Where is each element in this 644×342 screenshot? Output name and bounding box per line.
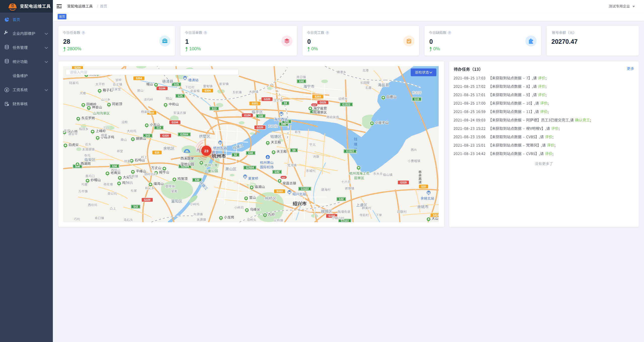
svg-text:G1522: G1522 — [342, 103, 350, 106]
svg-text:G329: G329 — [400, 181, 407, 184]
svg-text:S14: S14 — [157, 126, 161, 129]
svg-text:HOT: HOT — [282, 176, 286, 179]
svg-text:S13: S13 — [212, 107, 217, 110]
svg-text:G320: G320 — [162, 134, 169, 137]
svg-text:G104: G104 — [159, 87, 165, 90]
svg-text:G320: G320 — [264, 98, 270, 101]
svg-text:S15: S15 — [155, 151, 160, 154]
svg-text:G104: G104 — [172, 121, 178, 124]
svg-text:G25: G25 — [178, 94, 183, 97]
svg-text:G25: G25 — [174, 83, 179, 86]
svg-text:23: 23 — [204, 149, 209, 153]
svg-text:S43: S43 — [133, 205, 138, 208]
svg-text:G2504: G2504 — [180, 133, 188, 136]
svg-text:G92: G92 — [339, 198, 344, 201]
svg-text:G92: G92 — [299, 80, 304, 83]
svg-text:G320: G320 — [257, 126, 263, 129]
svg-text:S101: S101 — [252, 102, 258, 105]
svg-text:S9: S9 — [284, 102, 287, 105]
svg-text:G2504: G2504 — [246, 166, 254, 169]
svg-text:S2: S2 — [234, 153, 237, 156]
svg-text:S203: S203 — [315, 95, 321, 98]
svg-text:G104: G104 — [244, 114, 251, 117]
svg-text:G60: G60 — [258, 115, 263, 118]
svg-text:G525: G525 — [320, 101, 326, 104]
svg-text:HOT: HOT — [312, 104, 316, 106]
svg-text:G15: G15 — [414, 98, 419, 101]
svg-text:S43: S43 — [145, 134, 150, 137]
svg-text:G1522: G1522 — [301, 187, 309, 190]
svg-text:G1522: G1522 — [346, 150, 354, 153]
svg-text:S30: S30 — [195, 178, 200, 181]
svg-text:S304: S304 — [136, 77, 142, 80]
svg-text:G56: G56 — [112, 165, 117, 168]
svg-text:S318: S318 — [433, 214, 439, 217]
svg-text:G104: G104 — [328, 214, 335, 217]
svg-text:S304: S304 — [205, 89, 211, 92]
svg-text:G92: G92 — [275, 170, 280, 173]
svg-text:S103: S103 — [277, 190, 283, 193]
svg-text:G320: G320 — [144, 198, 150, 201]
svg-text:S33: S33 — [421, 185, 426, 188]
svg-text:G60: G60 — [248, 151, 253, 155]
svg-text:S9: S9 — [292, 149, 296, 152]
